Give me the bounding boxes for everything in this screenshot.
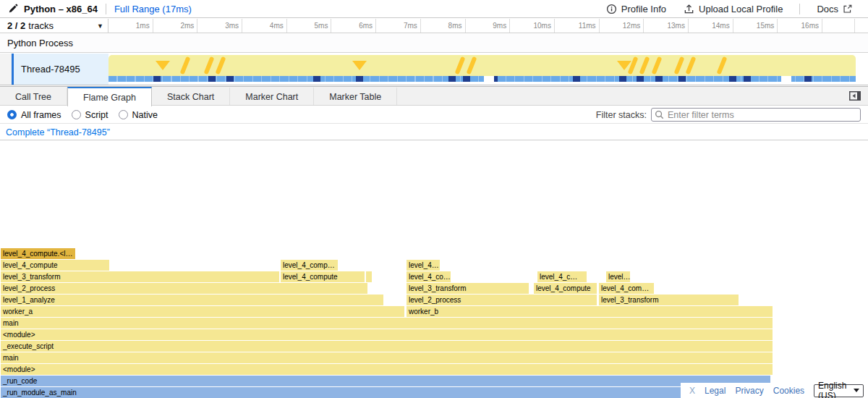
tab-call-tree[interactable]: Call Tree — [0, 87, 67, 105]
ruler-tick: 5ms — [287, 19, 332, 33]
flame-bar[interactable]: _run_code — [1, 376, 770, 386]
flame-bar[interactable]: worker_a — [1, 306, 404, 317]
filter-stacks-input[interactable] — [651, 108, 861, 122]
flame-bar[interactable]: level_4_c… — [537, 271, 587, 282]
cpu-busy-segment — [153, 76, 161, 82]
marker-triangle-icon[interactable] — [352, 61, 367, 70]
flame-bar[interactable]: level_3_transform — [407, 283, 529, 294]
language-value: English (US) — [818, 381, 854, 398]
ruler-tick: 7ms — [376, 19, 421, 33]
marker-slash-icon[interactable] — [180, 56, 191, 75]
marker-slash-icon[interactable] — [628, 56, 639, 75]
flame-graph-canvas[interactable]: level_4_compute.<l…level_4_computelevel_… — [0, 141, 868, 398]
radio-all-frames[interactable] — [7, 110, 17, 119]
profile-info-button[interactable]: Profile Info — [597, 4, 675, 14]
tab-marker-chart[interactable]: Marker Chart — [230, 87, 314, 105]
cpu-busy-segment — [729, 76, 736, 82]
thread-track-label[interactable]: Thread-78495 — [12, 54, 109, 85]
sidebar-toggle-icon[interactable] — [849, 91, 861, 101]
thread-name: Thread-78495 — [21, 64, 80, 75]
flame-bar[interactable]: level_4_co… — [407, 271, 451, 282]
docs-button[interactable]: Docs — [808, 4, 861, 14]
tab-marker-table[interactable]: Marker Table — [314, 87, 397, 105]
cpu-busy-segment — [637, 76, 644, 82]
flame-bar[interactable]: <module> — [1, 364, 773, 375]
marker-triangle-icon[interactable] — [156, 61, 170, 70]
profiler-app: Python – x86_64 Full Range (17ms) Profil… — [0, 0, 868, 398]
language-select[interactable]: English (US) — [814, 384, 864, 397]
marker-slash-icon[interactable] — [717, 56, 728, 75]
track-thread[interactable]: Thread-78495 — [0, 54, 868, 85]
flame-bar[interactable]: main — [1, 352, 773, 363]
flame-bar[interactable]: level… — [606, 271, 630, 282]
tab-flame-graph[interactable]: Flame Graph — [67, 87, 152, 106]
flame-bar[interactable]: level_4_compute.<l… — [1, 248, 75, 259]
ruler-tick: 16ms — [778, 19, 822, 33]
marker-slash-icon[interactable] — [639, 56, 650, 75]
marker-slash-icon[interactable] — [652, 56, 663, 75]
marker-lane[interactable] — [109, 55, 856, 76]
tracks-dropdown-icon[interactable]: ▼ — [97, 22, 103, 30]
chevron-down-icon — [854, 389, 859, 392]
flame-bar[interactable]: _execute_script — [1, 341, 773, 352]
cpu-busy-segment — [573, 76, 580, 82]
header-separator-2 — [799, 4, 800, 14]
cpu-busy-segment — [448, 76, 456, 82]
upload-local-profile-button[interactable]: Upload Local Profile — [675, 4, 791, 14]
marker-slash-icon[interactable] — [455, 56, 466, 75]
flame-bar[interactable]: level_2_process — [1, 283, 367, 294]
flame-bar[interactable]: worker_b — [407, 306, 773, 317]
filter-stacks-label: Filter stacks: — [596, 110, 647, 120]
ruler-tick-partial — [822, 19, 855, 33]
flame-bar[interactable]: main — [1, 318, 773, 329]
radio-script-label[interactable]: Script — [85, 110, 109, 120]
cpu-busy-segment — [678, 76, 686, 82]
cpu-busy-segment — [744, 76, 751, 82]
flame-bar[interactable]: level_2_process — [407, 295, 597, 305]
flame-bar[interactable]: level_4_compute — [534, 283, 597, 294]
info-icon — [606, 4, 617, 14]
marker-slash-icon[interactable] — [674, 56, 685, 75]
cpu-busy-segment — [804, 76, 812, 82]
marker-slash-icon[interactable] — [216, 56, 226, 75]
breadcrumb[interactable]: Complete “Thread-78495” — [0, 127, 110, 137]
cpu-busy-segment — [226, 76, 234, 82]
flame-bar[interactable]: level_4_com… — [599, 283, 654, 294]
footer-link-privacy[interactable]: Privacy — [735, 386, 763, 396]
flame-bar[interactable]: level_3_transform — [1, 271, 279, 282]
marker-slash-icon[interactable] — [467, 56, 477, 75]
marker-slash-icon[interactable] — [204, 56, 215, 75]
marker-slash-icon[interactable] — [686, 56, 697, 75]
cpu-busy-segment — [356, 76, 363, 82]
time-ruler[interactable]: 1ms2ms3ms4ms5ms6ms7ms8ms9ms10ms11ms12ms1… — [109, 19, 855, 33]
footer-link-legal[interactable]: Legal — [705, 386, 726, 396]
external-link-icon — [843, 4, 852, 14]
flame-bar[interactable] — [366, 271, 372, 282]
flame-bar[interactable]: level_4_compute — [281, 271, 365, 282]
radio-native-label[interactable]: Native — [132, 110, 158, 120]
search-icon — [655, 110, 664, 122]
radio-script[interactable] — [72, 110, 81, 119]
timeline-header: 2 / 2 tracks ▼ 1ms2ms3ms4ms5ms6ms7ms8ms9… — [0, 19, 868, 33]
cpu-sample-strip[interactable] — [109, 76, 856, 82]
flame-bar[interactable]: level_4_comp… — [281, 260, 338, 271]
footer-link-x[interactable]: X — [689, 386, 695, 396]
full-range-link[interactable]: Full Range (17ms) — [114, 4, 192, 14]
thread-activity-track[interactable] — [109, 55, 856, 83]
tab-stack-chart[interactable]: Stack Chart — [152, 87, 230, 105]
flame-bar[interactable]: _run_module_as_main — [1, 387, 773, 398]
track-python-process[interactable]: Python Process — [0, 34, 868, 53]
cpu-idle-segment — [484, 76, 494, 82]
flame-bar[interactable]: level_1_analyze — [1, 295, 383, 305]
radio-native[interactable] — [119, 110, 128, 119]
flame-bar[interactable]: level_4_compute — [1, 260, 109, 271]
upload-label: Upload Local Profile — [699, 4, 783, 14]
flame-bar[interactable]: level_3_transform — [599, 295, 739, 305]
flame-bar[interactable]: <module> — [1, 329, 773, 340]
flame-bar[interactable]: level_4… — [407, 260, 440, 271]
process-track-label: Python Process — [7, 38, 73, 48]
profile-name-button[interactable]: Python – x86_64 — [0, 4, 98, 14]
radio-all-frames-label[interactable]: All frames — [21, 110, 61, 120]
ruler-tick: 10ms — [510, 19, 555, 33]
footer-link-cookies[interactable]: Cookies — [773, 386, 804, 396]
